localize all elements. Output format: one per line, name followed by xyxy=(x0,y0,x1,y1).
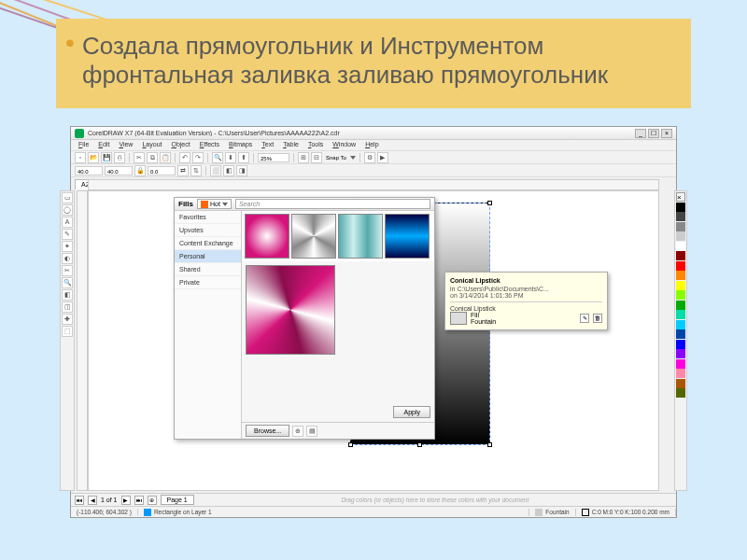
rotation-field[interactable]: 0.0 xyxy=(148,166,176,175)
sidebar-item-content-exchange[interactable]: Content Exchange xyxy=(175,237,241,250)
swatch[interactable] xyxy=(676,329,685,339)
export-icon[interactable]: ⬆ xyxy=(238,152,249,163)
text-tool-icon[interactable]: A xyxy=(62,217,73,228)
menu-file[interactable]: File xyxy=(75,140,92,150)
swatch[interactable] xyxy=(676,281,685,290)
swatch[interactable] xyxy=(676,290,685,300)
maximize-button[interactable]: ☐ xyxy=(648,129,659,138)
menu-help[interactable]: Help xyxy=(361,140,382,150)
menu-table[interactable]: Table xyxy=(279,140,303,150)
more-icon[interactable]: ▤ xyxy=(306,426,317,437)
menu-effects[interactable]: Effects xyxy=(196,140,223,150)
ellipse-tool-icon[interactable]: ◫ xyxy=(62,301,73,313)
search-icon[interactable]: 🔍 xyxy=(212,152,223,163)
fill-thumb[interactable] xyxy=(338,214,383,259)
swatch[interactable] xyxy=(676,271,685,280)
outline-swatch-icon[interactable] xyxy=(582,509,589,516)
swatch[interactable] xyxy=(676,349,685,358)
swatch[interactable] xyxy=(676,388,685,398)
swatch[interactable] xyxy=(676,203,685,212)
swatch[interactable] xyxy=(676,379,685,388)
snapto-label[interactable]: Snap To xyxy=(324,153,348,162)
add-page-button[interactable]: ⊕ xyxy=(148,496,157,505)
fill-tool-icon[interactable]: ◐ xyxy=(62,253,73,264)
undo-icon[interactable]: ↶ xyxy=(179,152,190,163)
options-icon[interactable]: ⊕ xyxy=(292,426,303,437)
sidebar-item-upvotes[interactable]: Upvotes xyxy=(175,224,241,237)
delete-icon[interactable]: 🗑 xyxy=(593,314,602,323)
pen-tool-icon[interactable]: ✎ xyxy=(62,229,73,240)
browse-button[interactable]: Browse... xyxy=(246,425,289,437)
guides-icon[interactable]: ⊟ xyxy=(311,152,322,163)
table-tool-icon[interactable]: ⬚ xyxy=(62,326,73,337)
page-tab[interactable]: Page 1 xyxy=(161,495,194,505)
minimize-button[interactable]: _ xyxy=(635,129,646,138)
sidebar-item-shared[interactable]: Shared xyxy=(175,263,241,276)
save-icon[interactable]: 💾 xyxy=(101,152,112,163)
fill-preview[interactable] xyxy=(246,265,335,355)
poly-tool-icon[interactable]: ✚ xyxy=(62,314,73,325)
menu-object[interactable]: Object xyxy=(167,140,193,150)
zoom-tool-icon[interactable]: 🔍 xyxy=(62,277,73,288)
smart-tool-icon[interactable]: ✦ xyxy=(62,241,73,252)
filter-combo[interactable]: Hot xyxy=(197,199,232,209)
open-icon[interactable]: 📂 xyxy=(88,152,99,163)
zoom-field[interactable]: 25% xyxy=(258,153,289,162)
close-button[interactable]: × xyxy=(661,129,672,138)
new-icon[interactable]: ▫ xyxy=(75,152,86,163)
search-input[interactable]: Search xyxy=(235,199,430,209)
menu-text[interactable]: Text xyxy=(258,140,277,150)
import-icon[interactable]: ⬇ xyxy=(225,152,236,163)
swatch[interactable] xyxy=(676,231,685,241)
cut-icon[interactable]: ✂ xyxy=(134,152,145,163)
swatch[interactable] xyxy=(676,222,685,231)
crop-tool-icon[interactable]: ✂ xyxy=(62,265,73,276)
swatch[interactable] xyxy=(676,251,685,260)
swatch[interactable] xyxy=(676,212,685,221)
menu-bitmaps[interactable]: Bitmaps xyxy=(225,140,256,150)
dim-y-field[interactable]: 40.0 xyxy=(105,166,133,175)
swatch[interactable] xyxy=(676,320,685,329)
redo-icon[interactable]: ↷ xyxy=(192,152,204,163)
fill-swatch-icon[interactable] xyxy=(535,509,543,516)
corners-icon[interactable]: ⬜ xyxy=(210,165,221,176)
grid-icon[interactable]: ⊞ xyxy=(298,152,309,163)
prev-page-button[interactable]: ◀ xyxy=(88,496,97,505)
swatch[interactable] xyxy=(676,261,685,271)
swatch[interactable] xyxy=(676,369,685,378)
menu-layout[interactable]: Layout xyxy=(138,140,165,150)
swatch[interactable] xyxy=(676,242,685,251)
options-icon[interactable]: ⚙ xyxy=(364,152,375,163)
swatch[interactable]: × xyxy=(676,192,685,202)
pick-tool-icon[interactable]: ▭ xyxy=(62,192,73,203)
shape-tool-icon[interactable]: ◯ xyxy=(62,204,73,216)
menu-window[interactable]: Window xyxy=(329,140,359,150)
menu-edit[interactable]: Edit xyxy=(94,140,113,150)
swatch[interactable] xyxy=(676,310,685,319)
apply-button[interactable]: Apply xyxy=(393,406,430,418)
first-page-button[interactable]: ⏮ xyxy=(75,496,84,505)
swatch[interactable] xyxy=(676,301,685,310)
last-page-button[interactable]: ⏭ xyxy=(134,496,144,505)
paste-icon[interactable]: 📋 xyxy=(160,152,171,163)
launch-icon[interactable]: ▶ xyxy=(377,152,388,163)
copy-icon[interactable]: ⧉ xyxy=(147,152,158,163)
mirror-h-icon[interactable]: ⇄ xyxy=(177,165,189,176)
fill-thumb[interactable] xyxy=(385,214,430,259)
fill-thumb[interactable] xyxy=(245,214,289,259)
sidebar-item-private[interactable]: Private xyxy=(175,276,241,289)
sidebar-item-personal[interactable]: Personal xyxy=(175,250,241,263)
edit-icon[interactable]: ✎ xyxy=(580,314,589,323)
menu-view[interactable]: View xyxy=(115,140,136,150)
rect-tool-icon[interactable]: ◧ xyxy=(62,289,73,301)
sidebar-item-favorites[interactable]: Favorites xyxy=(175,211,241,224)
next-page-button[interactable]: ▶ xyxy=(121,496,131,505)
print-icon[interactable]: ⎙ xyxy=(114,152,125,163)
corners3-icon[interactable]: ◨ xyxy=(236,165,247,176)
corners2-icon[interactable]: ◧ xyxy=(223,165,234,176)
mirror-v-icon[interactable]: ⇅ xyxy=(190,165,202,176)
menu-tools[interactable]: Tools xyxy=(304,140,327,150)
fill-thumb[interactable] xyxy=(291,214,336,259)
dim-x-field[interactable]: 40.0 xyxy=(75,166,103,175)
swatch[interactable] xyxy=(676,359,685,369)
